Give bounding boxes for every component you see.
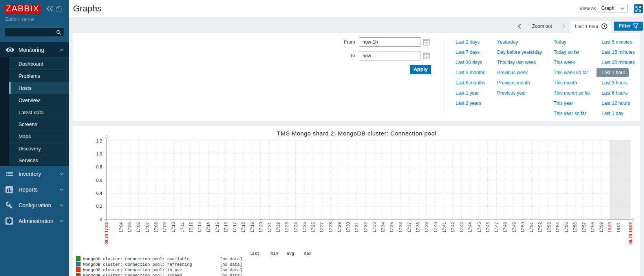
- svg-text:17:23: 17:23: [284, 222, 289, 232]
- svg-text:17:41: 17:41: [442, 222, 446, 232]
- svg-text:17:51: 17:51: [529, 222, 534, 232]
- svg-text:0.8: 0.8: [96, 165, 102, 169]
- svg-text:17:34: 17:34: [381, 222, 385, 232]
- svg-text:17:32: 17:32: [363, 222, 368, 232]
- svg-text:17:27: 17:27: [319, 222, 324, 232]
- svg-text:17:11: 17:11: [180, 222, 185, 232]
- svg-text:17:20: 17:20: [258, 222, 263, 232]
- svg-text:08-24 17:02: 08-24 17:02: [104, 222, 109, 245]
- svg-text:0.4: 0.4: [96, 191, 102, 196]
- svg-text:max: max: [304, 251, 311, 256]
- svg-text:0: 0: [100, 217, 102, 222]
- svg-text:17:49: 17:49: [512, 222, 516, 232]
- svg-text:17:42: 17:42: [450, 222, 455, 232]
- svg-text:17:53: 17:53: [547, 222, 551, 232]
- svg-text:TMS Mongo shard 2: MongoDB clu: TMS Mongo shard 2: MongoDB cluster: Conn…: [277, 130, 437, 137]
- svg-text:avg: avg: [287, 251, 294, 256]
- svg-text:17:13: 17:13: [197, 222, 202, 232]
- svg-text:17:31: 17:31: [354, 222, 359, 232]
- svg-text:17:46: 17:46: [485, 222, 490, 232]
- svg-text:17:38: 17:38: [415, 222, 420, 232]
- svg-text:17:26: 17:26: [311, 222, 315, 232]
- svg-text:[no data]: [no data]: [220, 262, 242, 267]
- svg-text:17:18: 17:18: [241, 222, 245, 232]
- svg-text:17:43: 17:43: [459, 222, 464, 232]
- svg-text:08-24 18:02: 08-24 18:02: [628, 222, 633, 245]
- svg-text:17:04: 17:04: [119, 222, 123, 232]
- svg-text:17:05: 17:05: [127, 222, 132, 232]
- svg-text:last: last: [250, 251, 260, 256]
- svg-text:17:59: 17:59: [599, 222, 604, 232]
- svg-text:17:08: 17:08: [154, 222, 158, 232]
- svg-text:17:06: 17:06: [136, 222, 141, 232]
- svg-text:17:12: 17:12: [188, 222, 193, 232]
- svg-text:17:40: 17:40: [433, 222, 438, 232]
- svg-text:17:52: 17:52: [538, 222, 542, 232]
- svg-text:17:55: 17:55: [564, 222, 569, 232]
- svg-text:17:35: 17:35: [389, 222, 394, 232]
- svg-text:17:56: 17:56: [573, 222, 577, 232]
- svg-text:MongoDB cluster: Connection po: MongoDB cluster: Connection pool: scoped: [83, 273, 182, 276]
- svg-text:17:15: 17:15: [215, 222, 220, 232]
- svg-text:17:29: 17:29: [337, 222, 342, 232]
- svg-text:17:50: 17:50: [520, 222, 525, 232]
- svg-text:17:37: 17:37: [407, 222, 412, 232]
- svg-text:17:28: 17:28: [328, 222, 333, 232]
- svg-text:18:01: 18:01: [616, 222, 621, 232]
- svg-text:17:44: 17:44: [468, 222, 472, 232]
- svg-text:17:30: 17:30: [346, 222, 350, 232]
- svg-text:17:19: 17:19: [250, 222, 254, 232]
- svg-text:17:07: 17:07: [145, 222, 150, 232]
- svg-text:[no data]: [no data]: [220, 273, 242, 276]
- svg-text:1.2: 1.2: [96, 139, 102, 143]
- svg-text:0.6: 0.6: [96, 178, 102, 183]
- svg-text:17:17: 17:17: [232, 222, 237, 232]
- svg-text:[no data]: [no data]: [220, 257, 242, 261]
- svg-text:18:00: 18:00: [607, 222, 612, 232]
- svg-text:17:09: 17:09: [162, 222, 167, 232]
- svg-text:17:14: 17:14: [206, 222, 210, 232]
- svg-text:MongoDB cluster: Connection po: MongoDB cluster: Connection pool: refres…: [83, 262, 192, 267]
- svg-text:MongoDB cluster: Connection po: MongoDB cluster: Connection pool: in use: [83, 268, 182, 272]
- svg-text:17:54: 17:54: [555, 222, 560, 232]
- svg-text:min: min: [271, 251, 278, 256]
- svg-text:17:47: 17:47: [494, 222, 499, 232]
- svg-text:17:22: 17:22: [276, 222, 280, 232]
- svg-text:17:25: 17:25: [302, 222, 307, 232]
- svg-text:17:58: 17:58: [590, 222, 595, 232]
- svg-text:17:21: 17:21: [267, 222, 272, 232]
- svg-text:1.0: 1.0: [96, 152, 102, 156]
- svg-text:17:16: 17:16: [223, 222, 228, 232]
- svg-text:17:24: 17:24: [293, 222, 298, 232]
- svg-text:0.2: 0.2: [96, 204, 102, 208]
- svg-text:17:45: 17:45: [477, 222, 481, 232]
- svg-text:MongoDB cluster: Connection po: MongoDB cluster: Connection pool: availa…: [83, 257, 190, 261]
- svg-text:17:36: 17:36: [398, 222, 403, 232]
- svg-text:17:48: 17:48: [503, 222, 507, 232]
- svg-text:17:33: 17:33: [372, 222, 377, 232]
- svg-text:[no data]: [no data]: [220, 268, 242, 272]
- svg-text:17:57: 17:57: [582, 222, 586, 232]
- svg-text:17:39: 17:39: [424, 222, 429, 232]
- svg-text:17:10: 17:10: [171, 222, 176, 232]
